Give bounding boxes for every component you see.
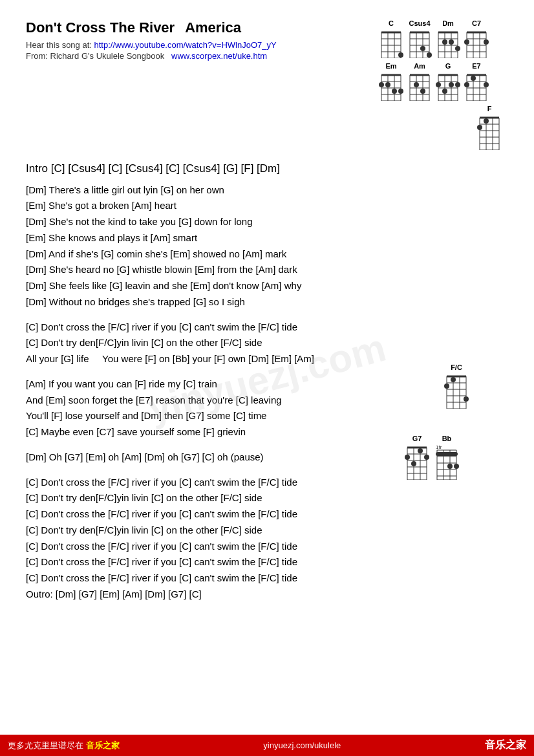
svg-point-56 [398, 89, 403, 94]
svg-point-32 [455, 46, 460, 51]
bridge-line-3: You'll [F] lose yourself and [Dm] then [… [26, 408, 398, 424]
svg-point-79 [449, 82, 454, 87]
svg-point-92 [484, 82, 489, 87]
svg-text:1fr: 1fr [436, 444, 442, 450]
info-hear: Hear this song at: http://www.youtube.co… [26, 40, 372, 50]
svg-point-53 [379, 82, 384, 87]
chorus2-line-2: [C] Don't try den[F/C]yin livin [C] on t… [26, 490, 398, 506]
hear-link[interactable]: http://www.youtube.com/watch?v=HWlnJoO7_… [94, 40, 277, 50]
verse-line-1: [Dm] There's a little girl out lyin [G] … [26, 182, 398, 199]
svg-point-77 [436, 82, 441, 87]
verse-line-2: [Em] She's got a broken [Am] heart [26, 198, 398, 214]
chord-Am: Am [407, 62, 432, 101]
bridge-line-2: And [Em] soon forget the [E7] reason tha… [26, 393, 398, 409]
chord-G: G [436, 62, 460, 101]
svg-point-31 [449, 39, 454, 45]
svg-rect-143 [436, 452, 458, 456]
svg-point-117 [464, 396, 469, 402]
verse-line-6: [Dm] She's heard no [G] whistle blowin [… [26, 262, 398, 278]
verse-block: [Dm] There's a little girl out lyin [G] … [26, 182, 398, 310]
svg-point-30 [442, 39, 447, 45]
svg-point-78 [442, 89, 447, 94]
song-title: Don't Cross The River [26, 19, 175, 36]
svg-point-104 [477, 125, 482, 130]
verse-line-3: [Dm] She's not the kind to take you [G] … [26, 214, 398, 230]
chorus2-line-3: [C] Don't cross the [F/C] river if you [… [26, 506, 398, 523]
chord-FC: F/C [405, 363, 508, 409]
chorus2-line-5: [C] Don't cross the [F/C] river if you [… [26, 539, 398, 555]
title-area: Don't Cross The River America [26, 19, 372, 36]
svg-point-67 [420, 89, 425, 94]
svg-point-90 [464, 82, 469, 87]
svg-point-91 [471, 76, 476, 81]
bridge-block: [Am] If you want you can [F] ride my [C]… [26, 376, 398, 440]
chord-fc-area: F/C [405, 363, 508, 409]
site-name: 音乐之家 [86, 740, 120, 750]
svg-point-145 [454, 464, 459, 469]
svg-point-43 [484, 39, 489, 45]
svg-point-20 [427, 52, 432, 58]
bridge-line-4: [C] Maybe even [C7] save yourself some [… [26, 424, 398, 440]
chord-Csus4: Csus4 [407, 19, 432, 58]
song-artist: America [185, 19, 241, 36]
chord-Em: Em [379, 62, 403, 101]
svg-point-103 [484, 118, 489, 124]
chord-Bb: Bb 1fr [434, 435, 459, 480]
svg-point-115 [451, 377, 456, 382]
chorus1-line-2: [C] Don't try den[F/C]yin livin [C] on t… [26, 335, 398, 351]
svg-point-80 [455, 82, 460, 87]
chord-C7: C7 [464, 19, 489, 58]
chord-row-1: C [379, 19, 508, 58]
svg-point-66 [414, 82, 419, 87]
svg-point-131 [424, 455, 429, 460]
svg-point-19 [420, 46, 425, 51]
interlude-block: [Dm] Oh [G7] [Em] oh [Am] [Dm] oh [G7] [… [26, 449, 398, 466]
chorus2-line-6: [C] Don't cross the [F/C] river if you [… [26, 554, 398, 570]
chord-diagrams-area: C [379, 19, 508, 154]
svg-point-54 [385, 82, 390, 87]
verse-line-8: [Dm] Without no bridges she's trapped [G… [26, 294, 398, 310]
bottom-banner: 更多尤克里里谱尽在 音乐之家 yinyuezj.com/ukulele 音乐之家 [0, 735, 534, 756]
chord-diagrams-side: F/C [405, 182, 508, 612]
banner-right: yinyuezj.com/ukulele [263, 740, 341, 750]
chord-C: C [379, 19, 403, 58]
bridge-line-1: [Am] If you want you can [F] ride my [C]… [26, 376, 398, 393]
lyrics-main: [Dm] There's a little girl out lyin [G] … [26, 182, 398, 612]
logo-right: 音乐之家 [485, 739, 526, 752]
chorus1-line-1: [C] Don't cross the [F/C] river if you [… [26, 319, 398, 336]
chorus2-line-1: [C] Don't cross the [F/C] river if you [… [26, 475, 398, 491]
verse-line-7: [Dm] She feels like [G] leavin and she [… [26, 278, 398, 294]
chorus1-line-3: All your [G] life You were [F] on [Bb] y… [26, 351, 398, 367]
chord-g7-bb-area: G7 [405, 435, 508, 480]
page: Don't Cross The River America Hear this … [0, 0, 534, 756]
svg-point-130 [418, 448, 423, 453]
info-from: From: Richard G's Ukulele Songbook www.s… [26, 51, 372, 61]
svg-point-129 [411, 461, 416, 466]
chorus2-line-7: [C] Don't cross the [F/C] river if you [… [26, 570, 398, 587]
chord-row-2: Em [379, 62, 508, 101]
from-link[interactable]: www.scorpex.net/uke.htm [171, 51, 267, 61]
verse-line-5: [Dm] And if she's [G] comin she's [Em] s… [26, 246, 398, 263]
chord-G7: G7 [405, 435, 429, 480]
chorus2-line-4: [C] Don't try den[F/C]yin livin [C] on t… [26, 523, 398, 539]
chord-Dm: Dm [436, 19, 460, 58]
chorus1-block: [C] Don't cross the [F/C] river if you [… [26, 319, 398, 367]
banner-left: 更多尤克里里谱尽在 音乐之家 [8, 740, 120, 751]
intro-line: Intro [C] [Csus4] [C] [Csus4] [C] [Csus4… [26, 160, 508, 177]
chord-F-area: F [379, 105, 508, 150]
chord-E7: E7 [464, 62, 489, 101]
svg-point-116 [444, 383, 449, 389]
svg-point-9 [398, 52, 403, 58]
verse-line-4: [Em] She knows and plays it [Am] smart [26, 230, 398, 246]
svg-point-144 [447, 464, 453, 469]
svg-point-128 [405, 455, 410, 460]
outro-line: Outro: [Dm] [G7] [Em] [Am] [Dm] [G7] [C] [26, 587, 398, 603]
chord-F: F [477, 105, 502, 150]
interlude-line: [Dm] Oh [G7] [Em] oh [Am] [Dm] oh [G7] [… [26, 449, 398, 466]
svg-point-55 [392, 89, 397, 94]
svg-point-42 [464, 39, 469, 45]
chorus2-block: [C] Don't cross the [F/C] river if you [… [26, 475, 398, 603]
